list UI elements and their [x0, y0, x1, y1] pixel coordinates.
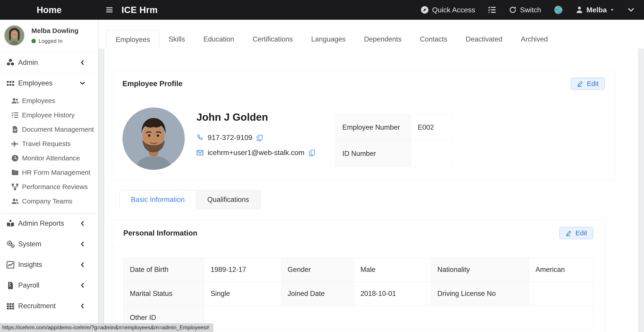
sidebar-item-admin[interactable]: Admin — [0, 52, 98, 73]
copy-icon[interactable] — [308, 149, 315, 156]
plane-icon — [11, 140, 19, 148]
field-value: Male — [354, 258, 431, 282]
main-content: Employees Skills Education Certification… — [98, 20, 644, 332]
sidebar-subitem-hr-form-management[interactable]: HR Form Management — [0, 165, 98, 180]
field-label: Marital Status — [124, 282, 204, 306]
tab-employees[interactable]: Employees — [106, 31, 160, 49]
field-label: Gender — [281, 258, 354, 282]
tab-archived[interactable]: Archived — [512, 30, 557, 49]
sidebar-subitem-travel-requests[interactable]: Travel Requests — [0, 137, 98, 151]
employee-profile-title: Employee Profile — [122, 79, 182, 88]
quick-access-button[interactable]: Quick Access — [420, 6, 475, 14]
chevron-left-icon — [79, 220, 86, 227]
sidebar-subitem-document-management[interactable]: Document Management — [0, 122, 98, 137]
employee-phone-row: 917-372-9109 — [196, 133, 315, 142]
sidebar-item-payroll[interactable]: Payroll — [0, 275, 98, 296]
employee-email-row: icehrm+user1@web-stalk.com — [196, 149, 315, 157]
chevron-left-icon — [79, 261, 86, 268]
subtab-basic-information[interactable]: Basic Information — [120, 190, 196, 209]
personal-information-card: Personal Information Edit — [112, 220, 604, 332]
sidebar-item-admin-reports[interactable]: Admin Reports — [0, 213, 98, 234]
tab-languages[interactable]: Languages — [302, 30, 355, 49]
top-bar: Home ICE Hrm Quick Access Switch Melba — [0, 0, 644, 20]
sidebar-item-employees[interactable]: Employees — [0, 73, 98, 94]
switch-label: Switch — [520, 6, 541, 14]
collapse-topbar-chevron-icon[interactable] — [627, 6, 635, 14]
tab-dependents[interactable]: Dependents — [355, 30, 410, 49]
employee-email[interactable]: icehrm+user1@web-stalk.com — [208, 149, 304, 157]
summary-value — [411, 141, 452, 167]
users-icon — [11, 97, 19, 105]
field-value — [529, 282, 593, 306]
content-panel: Employee Profile Edit — [104, 49, 638, 332]
chevron-left-icon — [79, 59, 86, 66]
switch-rotate-icon — [509, 6, 517, 14]
employee-phone[interactable]: 917-372-9109 — [208, 133, 252, 142]
pen-icon — [577, 80, 584, 87]
logged-in-label: Logged In — [38, 38, 62, 44]
sitemap-icon — [11, 183, 19, 191]
checklist-icon[interactable] — [488, 6, 496, 14]
user-menu-label: Melba — [586, 6, 607, 14]
avatar — [4, 25, 25, 46]
table-row: Marital Status Single Joined Date 2018-1… — [124, 282, 593, 306]
summary-label: Employee Number — [336, 114, 411, 141]
chevron-left-icon — [79, 303, 86, 309]
summary-label: ID Number — [336, 141, 411, 167]
field-value: 1989-12-17 — [204, 258, 281, 282]
detail-subtabs: Basic Information Qualifications — [120, 190, 615, 209]
sidebar-subitem-performance-reviews[interactable]: Performance Reviews — [0, 180, 98, 194]
sidebar-subitem-monitor-attendance[interactable]: Monitor Attendance — [0, 151, 98, 165]
chart-line-icon — [6, 261, 14, 269]
switch-button[interactable]: Switch — [509, 6, 541, 14]
sidebar-subitem-company-teams[interactable]: Company Teams — [0, 194, 98, 208]
edit-personal-information-button[interactable]: Edit — [560, 227, 593, 239]
home-button[interactable]: Home — [0, 5, 98, 15]
summary-value: E002 — [411, 114, 452, 141]
sidebar-user-status: Logged In — [32, 38, 78, 44]
phone-icon — [196, 134, 204, 141]
sidebar-subitem-employees[interactable]: Employees — [0, 94, 98, 108]
tab-education[interactable]: Education — [194, 30, 244, 49]
pen-icon — [566, 230, 572, 236]
topbar-actions: Quick Access Switch Melba — [420, 5, 644, 15]
chevron-down-icon — [79, 80, 86, 87]
app-brand: ICE Hrm — [122, 5, 158, 15]
personal-information-table: Date of Birth 1989-12-17 Gender Male Nat… — [123, 257, 593, 330]
sidebar-item-recruitment[interactable]: Recruitment — [0, 296, 98, 316]
tab-skills[interactable]: Skills — [160, 30, 194, 49]
copy-icon[interactable] — [256, 134, 263, 141]
caret-down-icon — [610, 8, 614, 12]
personal-information-title: Personal Information — [123, 229, 197, 237]
edit-profile-button[interactable]: Edit — [571, 78, 604, 90]
sidebar-user-card: Melba Dowling Logged In — [0, 20, 98, 52]
subtab-qualifications[interactable]: Qualifications — [196, 190, 260, 209]
table-row: ID Number — [336, 141, 452, 167]
field-value: 2018-10-01 — [354, 282, 431, 306]
tab-certifications[interactable]: Certifications — [244, 30, 302, 49]
hamburger-menu-icon[interactable] — [104, 6, 114, 14]
clock-icon — [11, 154, 19, 162]
employee-name: John J Golden — [196, 111, 315, 123]
tab-deactivated[interactable]: Deactivated — [456, 30, 512, 49]
employee-profile-card: Employee Profile Edit — [112, 71, 615, 180]
employee-photo — [122, 107, 185, 170]
language-globe-icon[interactable] — [554, 5, 563, 15]
chevron-left-icon — [79, 241, 86, 247]
list-check-icon — [11, 111, 19, 119]
sidebar-item-insights[interactable]: Insights — [0, 254, 98, 275]
sidebar-subitem-employee-history[interactable]: Employee History — [0, 108, 98, 122]
field-label: Nationality — [431, 258, 529, 282]
sidebar-item-system[interactable]: System — [0, 234, 98, 254]
quick-access-label: Quick Access — [432, 6, 475, 14]
chevron-left-icon — [79, 282, 86, 289]
status-bar-url: https://icehrm.com/app/demo-icehrm/?g=ad… — [0, 323, 213, 332]
book-reader-icon — [6, 219, 14, 228]
user-menu[interactable]: Melba — [576, 6, 614, 14]
person-icon — [576, 6, 583, 14]
tab-contacts[interactable]: Contacts — [410, 30, 456, 49]
avatar-image — [4, 26, 24, 45]
logged-in-dot — [32, 39, 36, 43]
document-icon — [11, 126, 19, 133]
field-value: American — [529, 258, 593, 282]
